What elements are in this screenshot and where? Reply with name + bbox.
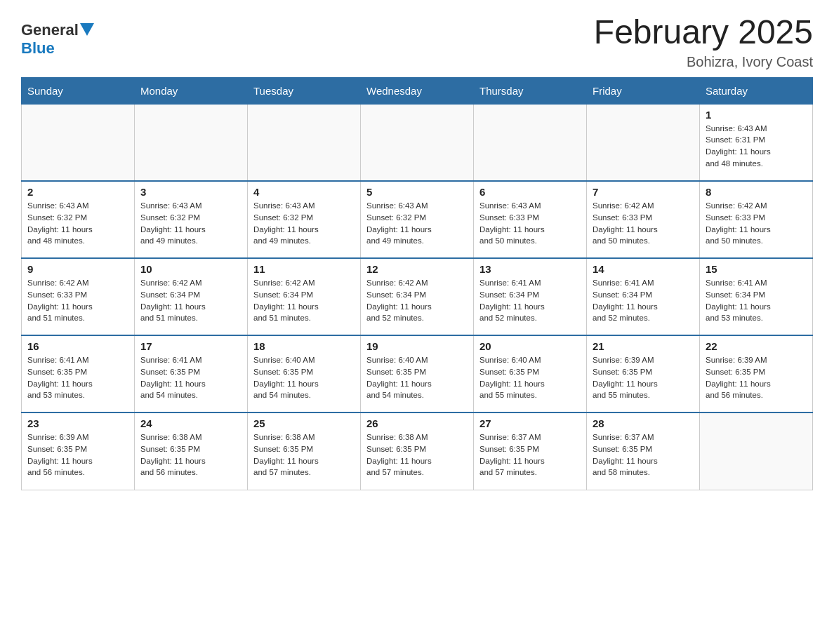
day-info: Sunrise: 6:43 AMSunset: 6:33 PMDaylight:… [479,200,581,247]
day-info: Sunrise: 6:39 AMSunset: 6:35 PMDaylight:… [27,431,128,478]
calendar-cell: 12Sunrise: 6:42 AMSunset: 6:34 PMDayligh… [361,258,474,335]
day-number: 1 [706,109,807,121]
calendar-cell: 17Sunrise: 6:41 AMSunset: 6:35 PMDayligh… [135,335,248,412]
day-info: Sunrise: 6:42 AMSunset: 6:34 PMDaylight:… [366,277,468,324]
calendar-cell: 14Sunrise: 6:41 AMSunset: 6:34 PMDayligh… [587,258,700,335]
day-info: Sunrise: 6:43 AMSunset: 6:31 PMDaylight:… [706,123,807,170]
calendar-cell: 21Sunrise: 6:39 AMSunset: 6:35 PMDayligh… [587,335,700,412]
calendar-cell: 3Sunrise: 6:43 AMSunset: 6:32 PMDaylight… [135,181,248,258]
calendar-cell [135,104,248,181]
day-number: 24 [140,417,241,429]
day-info: Sunrise: 6:40 AMSunset: 6:35 PMDaylight:… [479,354,581,401]
calendar-cell: 28Sunrise: 6:37 AMSunset: 6:35 PMDayligh… [587,412,700,490]
logo-general-text: General [21,21,79,39]
calendar-cell: 10Sunrise: 6:42 AMSunset: 6:34 PMDayligh… [135,258,248,335]
calendar-cell: 11Sunrise: 6:42 AMSunset: 6:34 PMDayligh… [248,258,361,335]
weekday-header-friday: Friday [587,77,700,104]
day-info: Sunrise: 6:41 AMSunset: 6:34 PMDaylight:… [593,277,694,324]
calendar-cell: 27Sunrise: 6:37 AMSunset: 6:35 PMDayligh… [474,412,587,490]
calendar-cell: 25Sunrise: 6:38 AMSunset: 6:35 PMDayligh… [248,412,361,490]
day-number: 3 [140,186,241,198]
day-number: 9 [27,263,128,275]
page-header: General Blue February 2025 Bohizra, Ivor… [21,14,813,70]
calendar-cell [248,104,361,181]
day-info: Sunrise: 6:41 AMSunset: 6:35 PMDaylight:… [140,354,241,401]
day-info: Sunrise: 6:37 AMSunset: 6:35 PMDaylight:… [479,431,581,478]
weekday-header-monday: Monday [135,77,248,104]
calendar-cell: 5Sunrise: 6:43 AMSunset: 6:32 PMDaylight… [361,181,474,258]
day-info: Sunrise: 6:38 AMSunset: 6:35 PMDaylight:… [140,431,241,478]
calendar-table: SundayMondayTuesdayWednesdayThursdayFrid… [21,77,813,490]
calendar-cell: 7Sunrise: 6:42 AMSunset: 6:33 PMDaylight… [587,181,700,258]
day-number: 20 [479,340,581,352]
title-block: February 2025 Bohizra, Ivory Coast [594,14,813,70]
day-number: 21 [593,340,694,352]
day-number: 4 [253,186,355,198]
day-info: Sunrise: 6:43 AMSunset: 6:32 PMDaylight:… [27,200,128,247]
calendar-cell: 8Sunrise: 6:42 AMSunset: 6:33 PMDaylight… [700,181,813,258]
day-number: 22 [706,340,807,352]
day-number: 26 [366,417,468,429]
calendar-cell: 23Sunrise: 6:39 AMSunset: 6:35 PMDayligh… [22,412,135,490]
day-number: 27 [479,417,581,429]
day-info: Sunrise: 6:37 AMSunset: 6:35 PMDaylight:… [593,431,694,478]
calendar-cell: 26Sunrise: 6:38 AMSunset: 6:35 PMDayligh… [361,412,474,490]
day-number: 19 [366,340,468,352]
day-info: Sunrise: 6:42 AMSunset: 6:33 PMDaylight:… [706,200,807,247]
calendar-cell: 20Sunrise: 6:40 AMSunset: 6:35 PMDayligh… [474,335,587,412]
calendar-cell [474,104,587,181]
calendar-week-1: 1Sunrise: 6:43 AMSunset: 6:31 PMDaylight… [22,104,813,181]
calendar-cell: 1Sunrise: 6:43 AMSunset: 6:31 PMDaylight… [700,104,813,181]
location-subtitle: Bohizra, Ivory Coast [594,54,813,70]
day-number: 25 [253,417,355,429]
day-number: 11 [253,263,355,275]
day-number: 14 [593,263,694,275]
day-info: Sunrise: 6:39 AMSunset: 6:35 PMDaylight:… [706,354,807,401]
day-info: Sunrise: 6:43 AMSunset: 6:32 PMDaylight:… [366,200,468,247]
calendar-cell: 4Sunrise: 6:43 AMSunset: 6:32 PMDaylight… [248,181,361,258]
calendar-cell: 22Sunrise: 6:39 AMSunset: 6:35 PMDayligh… [700,335,813,412]
day-info: Sunrise: 6:43 AMSunset: 6:32 PMDaylight:… [253,200,355,247]
weekday-header-row: SundayMondayTuesdayWednesdayThursdayFrid… [22,77,813,104]
logo: General Blue [21,21,94,58]
day-number: 6 [479,186,581,198]
logo-blue-text: Blue [21,39,55,58]
day-number: 15 [706,263,807,275]
day-info: Sunrise: 6:42 AMSunset: 6:34 PMDaylight:… [253,277,355,324]
calendar-cell: 18Sunrise: 6:40 AMSunset: 6:35 PMDayligh… [248,335,361,412]
day-number: 17 [140,340,241,352]
day-info: Sunrise: 6:41 AMSunset: 6:35 PMDaylight:… [27,354,128,401]
day-number: 8 [706,186,807,198]
calendar-cell: 2Sunrise: 6:43 AMSunset: 6:32 PMDaylight… [22,181,135,258]
calendar-cell: 13Sunrise: 6:41 AMSunset: 6:34 PMDayligh… [474,258,587,335]
calendar-week-3: 9Sunrise: 6:42 AMSunset: 6:33 PMDaylight… [22,258,813,335]
weekday-header-wednesday: Wednesday [361,77,474,104]
day-number: 16 [27,340,128,352]
day-info: Sunrise: 6:43 AMSunset: 6:32 PMDaylight:… [140,200,241,247]
day-number: 23 [27,417,128,429]
calendar-cell: 19Sunrise: 6:40 AMSunset: 6:35 PMDayligh… [361,335,474,412]
day-info: Sunrise: 6:38 AMSunset: 6:35 PMDaylight:… [253,431,355,478]
day-info: Sunrise: 6:38 AMSunset: 6:35 PMDaylight:… [366,431,468,478]
day-info: Sunrise: 6:39 AMSunset: 6:35 PMDaylight:… [593,354,694,401]
weekday-header-saturday: Saturday [700,77,813,104]
day-number: 12 [366,263,468,275]
day-number: 10 [140,263,241,275]
logo-triangle-icon [80,23,94,36]
calendar-cell [22,104,135,181]
calendar-cell [361,104,474,181]
weekday-header-tuesday: Tuesday [248,77,361,104]
day-info: Sunrise: 6:42 AMSunset: 6:33 PMDaylight:… [593,200,694,247]
day-number: 2 [27,186,128,198]
day-number: 13 [479,263,581,275]
calendar-cell: 16Sunrise: 6:41 AMSunset: 6:35 PMDayligh… [22,335,135,412]
calendar-cell: 9Sunrise: 6:42 AMSunset: 6:33 PMDaylight… [22,258,135,335]
day-number: 28 [593,417,694,429]
day-info: Sunrise: 6:40 AMSunset: 6:35 PMDaylight:… [366,354,468,401]
calendar-cell: 6Sunrise: 6:43 AMSunset: 6:33 PMDaylight… [474,181,587,258]
calendar-cell [700,412,813,490]
day-number: 7 [593,186,694,198]
calendar-week-5: 23Sunrise: 6:39 AMSunset: 6:35 PMDayligh… [22,412,813,490]
day-info: Sunrise: 6:42 AMSunset: 6:34 PMDaylight:… [140,277,241,324]
calendar-week-4: 16Sunrise: 6:41 AMSunset: 6:35 PMDayligh… [22,335,813,412]
